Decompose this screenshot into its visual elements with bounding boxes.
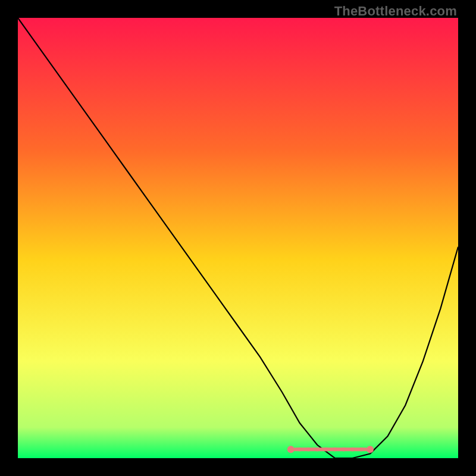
- highlight-dot: [333, 447, 337, 451]
- gradient-background: [18, 18, 458, 458]
- highlight-dot: [315, 447, 319, 451]
- highlight-dot: [287, 446, 295, 453]
- highlight-dot: [359, 447, 363, 451]
- plot-area: [18, 18, 458, 458]
- chart-container: TheBottleneck.com: [0, 0, 476, 476]
- highlight-dot: [342, 447, 345, 451]
- highlight-dot: [306, 447, 310, 451]
- highlight-dot: [324, 447, 328, 451]
- chart-svg: [18, 18, 458, 458]
- highlight-dot: [367, 446, 374, 453]
- highlight-dot: [298, 447, 301, 451]
- highlight-dot: [350, 447, 354, 451]
- watermark-label: TheBottleneck.com: [334, 4, 457, 19]
